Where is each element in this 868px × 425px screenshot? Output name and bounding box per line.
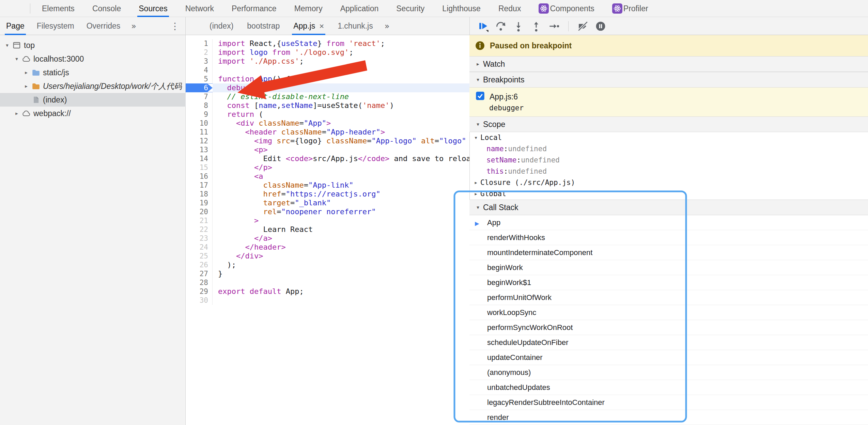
editor-tab-bootstrap[interactable]: bootstrap (240, 17, 286, 35)
tab-lighthouse[interactable]: Lighthouse (433, 0, 490, 17)
tree-item-webpack-[interactable]: ▸webpack:// (0, 107, 186, 120)
line-number[interactable]: 19 (186, 199, 213, 207)
line-number[interactable]: 24 (186, 243, 213, 252)
line-number[interactable]: 9 (186, 110, 213, 119)
expanded-triangle-icon[interactable]: ▾ (12, 56, 21, 62)
hide-navigator-icon[interactable] (189, 19, 203, 33)
line-number[interactable]: 12 (186, 137, 213, 145)
call-stack-frame-legacyrendersubtreeintocontainer[interactable]: legacyRenderSubtreeIntoContainer (469, 395, 868, 410)
expanded-triangle-icon[interactable]: ▾ (3, 42, 12, 48)
breakpoints-section-header[interactable]: ▾ Breakpoints (469, 72, 868, 88)
editor-more-tabs-icon[interactable]: » (380, 21, 394, 31)
scope-section-header[interactable]: ▾ Scope (469, 116, 868, 132)
line-number[interactable]: 16 (186, 172, 213, 181)
call-stack-frame-mountindeterminatecomponent[interactable]: mountIndeterminateComponent (469, 245, 868, 260)
sidebar-tab-page[interactable]: Page (0, 17, 31, 35)
collapsed-triangle-icon[interactable]: ▸ (12, 110, 21, 116)
sidebar-tab-filesystem[interactable]: Filesystem (31, 17, 80, 35)
resume-button[interactable] (477, 20, 489, 32)
call-stack-frame-renderwithhooks[interactable]: renderWithHooks (469, 230, 868, 245)
editor-tab-(index)[interactable]: (index) (203, 17, 240, 35)
line-number[interactable]: 11 (186, 128, 213, 137)
line-number[interactable]: 3 (186, 57, 213, 66)
call-stack-frame-render[interactable]: render (469, 410, 868, 425)
line-number[interactable]: 7 (186, 92, 213, 101)
editor-tab-1.chunk.js[interactable]: 1.chunk.js (331, 17, 380, 35)
show-debugger-sidebar-icon[interactable] (452, 19, 465, 33)
line-number[interactable]: 2 (186, 48, 213, 57)
line-number[interactable]: 27 (186, 269, 213, 278)
line-number[interactable]: 5 (186, 75, 213, 83)
tab-sources[interactable]: Sources (130, 0, 176, 17)
checked-checkbox-icon[interactable] (476, 91, 485, 100)
tab-network[interactable]: Network (176, 0, 223, 17)
sidebar-menu-icon[interactable]: ⋮ (170, 21, 180, 31)
call-stack-frame-beginwork[interactable]: beginWork (469, 260, 868, 275)
tab-memory[interactable]: Memory (285, 0, 331, 17)
line-number[interactable]: 21 (186, 216, 213, 225)
call-stack-frame-performunitofwork[interactable]: performUnitOfWork (469, 290, 868, 305)
line-number[interactable]: 30 (186, 296, 213, 305)
breakpoint-entry[interactable]: App.js:6 debugger (469, 88, 868, 116)
scope-group-global[interactable]: ▸Global (469, 188, 868, 200)
line-number[interactable]: 28 (186, 278, 213, 287)
tab-console[interactable]: Console (83, 0, 130, 17)
call-stack-frame-scheduleupdateonfiber[interactable]: scheduleUpdateOnFiber (469, 335, 868, 350)
code-editor[interactable]: 1import React,{useState} from 'react';2i… (186, 35, 469, 425)
device-toolbar-icon[interactable] (14, 2, 27, 15)
line-number[interactable]: 17 (186, 181, 213, 190)
line-number[interactable]: 10 (186, 119, 213, 128)
scope-group-local[interactable]: ▾Local (469, 132, 868, 143)
tab-performance[interactable]: Performance (223, 0, 285, 17)
line-number[interactable]: 15 (186, 163, 213, 172)
tab-redux[interactable]: Redux (490, 0, 530, 17)
line-number[interactable]: 20 (186, 207, 213, 216)
line-number[interactable]: 29 (186, 287, 213, 296)
line-number[interactable]: 4 (186, 66, 213, 75)
line-number[interactable]: 8 (186, 101, 213, 110)
line-number[interactable]: 23 (186, 234, 213, 243)
breakpoint-checkbox[interactable] (476, 91, 485, 103)
tree-item-users-hejialiang-desktop-work-[interactable]: ▸Users/hejialiang/Desktop/work/个人代码 (0, 79, 186, 93)
collapsed-triangle-icon[interactable]: ▸ (22, 69, 31, 76)
tree-item-top[interactable]: ▾top (0, 38, 186, 52)
call-stack-section-header[interactable]: ▾ Call Stack (469, 200, 868, 215)
call-stack-frame-beginwork$1[interactable]: beginWork$1 (469, 275, 868, 290)
call-stack-frame-performsyncworkonroot[interactable]: performSyncWorkOnRoot (469, 320, 868, 335)
close-tab-icon[interactable]: × (319, 21, 324, 31)
line-number[interactable]: 26 (186, 261, 213, 269)
editor-tab-app.js[interactable]: App.js× (286, 17, 331, 35)
tree-item-static-js[interactable]: ▸static/js (0, 66, 186, 79)
line-number[interactable]: 1 (186, 39, 213, 48)
call-stack-frame-updatecontainer[interactable]: updateContainer (469, 350, 868, 365)
inspect-element-icon[interactable] (0, 2, 14, 15)
sidebar-more-tabs-icon[interactable]: » (126, 21, 141, 31)
line-number[interactable]: 14 (186, 154, 213, 163)
tab-security[interactable]: Security (387, 0, 433, 17)
line-number[interactable]: 18 (186, 190, 213, 199)
tree-item-localhost-3000[interactable]: ▾localhost:3000 (0, 52, 186, 66)
step-button[interactable] (548, 20, 560, 32)
step-over-button[interactable] (495, 20, 507, 32)
step-out-button[interactable] (530, 20, 542, 32)
tree-item--index-[interactable]: (index) (0, 93, 186, 107)
line-number[interactable]: 22 (186, 225, 213, 234)
deactivate-breakpoints-button[interactable] (577, 20, 589, 32)
tab-profiler[interactable]: Profiler (603, 0, 657, 17)
call-stack-frame-unbatchedupdates[interactable]: unbatchedUpdates (469, 380, 868, 395)
call-stack-frame-app[interactable]: App (469, 215, 868, 230)
call-stack-frame--anonymous-[interactable]: (anonymous) (469, 365, 868, 380)
scope-group-closure[interactable]: ▸Closure (./src/App.js) (469, 177, 868, 188)
collapsed-triangle-icon[interactable]: ▸ (22, 83, 31, 89)
execution-pointer-gutter[interactable]: 6 (186, 83, 213, 92)
sidebar-tab-overrides[interactable]: Overrides (80, 17, 127, 35)
step-into-button[interactable] (512, 20, 525, 32)
watch-section-header[interactable]: ▸ Watch (469, 56, 868, 72)
pause-on-exceptions-button[interactable] (594, 20, 607, 32)
call-stack-frame-workloopsync[interactable]: workLoopSync (469, 305, 868, 320)
tab-components[interactable]: Components (530, 0, 603, 17)
line-number[interactable]: 13 (186, 145, 213, 154)
tab-elements[interactable]: Elements (33, 0, 83, 17)
line-number[interactable]: 25 (186, 252, 213, 261)
tab-application[interactable]: Application (331, 0, 388, 17)
